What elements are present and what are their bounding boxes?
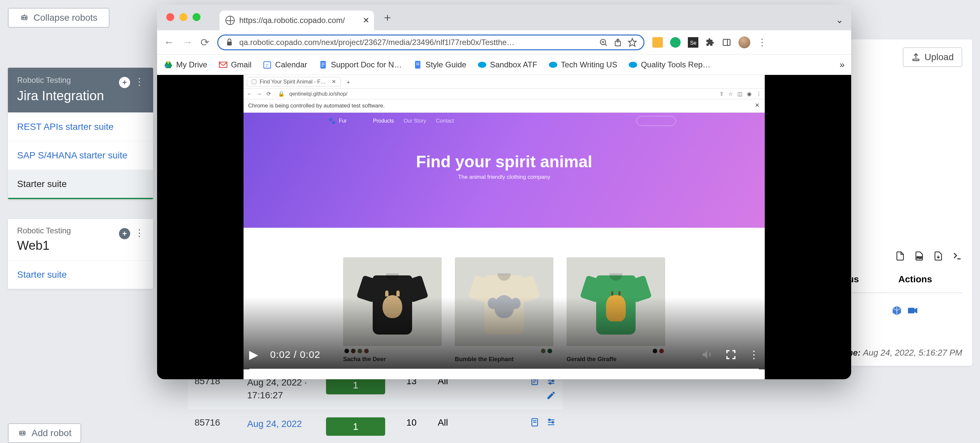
bookmark-quality-tools[interactable]: Quality Tools Rep… — [628, 60, 711, 69]
inner-profile-icon[interactable]: ◉ — [747, 91, 752, 97]
download-icon[interactable] — [933, 251, 943, 261]
pdf-icon[interactable]: PDF — [914, 251, 924, 261]
product-card-elephant[interactable]: Bumble the Elephant — [455, 257, 554, 363]
hero-title: Find your spirit animal — [243, 113, 765, 171]
robot-menu-button[interactable]: ⋮ — [135, 228, 144, 238]
fullscreen-button[interactable] — [725, 349, 737, 360]
svg-rect-44 — [219, 62, 227, 67]
hero-cta-button[interactable] — [636, 116, 676, 126]
browser-tab[interactable]: https://qa.robotic.copado.com/ ✕ — [220, 11, 374, 30]
minimize-window-button[interactable] — [180, 13, 187, 21]
profile-avatar[interactable] — [738, 37, 750, 48]
inner-reload-button[interactable]: ⟳ — [267, 91, 271, 97]
volume-button[interactable] — [701, 349, 713, 360]
play-button[interactable]: ▶ — [249, 348, 258, 362]
zoom-icon[interactable] — [599, 38, 608, 47]
extensions-puzzle-icon[interactable] — [706, 38, 715, 47]
bookmark-style-guide[interactable]: Style Guide — [413, 60, 466, 69]
docs-icon — [413, 60, 422, 69]
inner-tab-title: Find Your Spirit Animal - F… — [259, 79, 326, 85]
document-icon[interactable] — [530, 418, 539, 427]
selenium-icon[interactable]: Se — [688, 37, 698, 48]
nav-products[interactable]: Products — [373, 118, 394, 124]
browser-menu-button[interactable]: ⋮ — [757, 37, 767, 48]
reload-button[interactable]: ⟳ — [200, 36, 209, 49]
bookmark-support-doc[interactable]: Support Doc for N… — [318, 60, 402, 69]
bookmark-tech-writing[interactable]: Tech Writing US — [549, 60, 617, 69]
run-status-badge: 1 — [326, 418, 385, 436]
close-window-button[interactable] — [166, 13, 174, 21]
file-icon[interactable] — [895, 251, 905, 261]
add-robot-button[interactable]: Add robot — [8, 423, 81, 443]
robot-menu-button[interactable]: ⋮ — [135, 76, 144, 87]
nav-contact[interactable]: Contact — [436, 118, 454, 124]
back-button[interactable]: ← — [164, 36, 174, 48]
extension-icons: Se ⋮ — [652, 37, 767, 48]
inner-forward-button[interactable]: → — [257, 91, 262, 97]
product-card-giraffe[interactable]: Gerald the Giraffe — [566, 257, 665, 363]
nav-our-story[interactable]: Our Story — [404, 118, 426, 124]
result-action-icons — [891, 305, 918, 316]
terminal-icon[interactable] — [952, 251, 962, 261]
video-menu-button[interactable]: ⋮ — [749, 348, 759, 361]
bookmark-sandbox-atf[interactable]: Sandbox ATF — [477, 60, 537, 69]
edit-icon[interactable] — [546, 390, 556, 400]
brand-name[interactable]: Fur — [339, 118, 347, 124]
upload-label: Upload — [924, 52, 954, 62]
close-tab-button[interactable]: ✕ — [363, 16, 369, 25]
video-progress-bar[interactable] — [249, 369, 759, 371]
inner-new-tab[interactable]: ＋ — [345, 79, 351, 86]
inner-tab[interactable]: Find Your Spirit Animal - F… ✕ — [247, 77, 341, 86]
suite-item-rest-apis[interactable]: REST APIs starter suite — [8, 112, 153, 141]
video-icon[interactable] — [907, 305, 918, 316]
bookmark-my-drive[interactable]: My Drive — [164, 60, 207, 69]
hero-subtitle: The animal friendly clothing company — [243, 174, 765, 180]
close-icon[interactable]: ✕ — [332, 78, 336, 85]
paw-icon: 🐾 — [328, 117, 336, 124]
forward-button[interactable]: → — [182, 36, 192, 48]
bookmarks-overflow-button[interactable]: » — [839, 59, 845, 70]
bookmark-gmail[interactable]: Gmail — [218, 60, 252, 69]
svg-text:PDF: PDF — [917, 256, 923, 259]
product-card-deer[interactable]: Sacha the Deer — [343, 257, 442, 363]
svg-point-54 — [478, 61, 486, 68]
maximize-window-button[interactable] — [192, 13, 200, 21]
add-suite-button[interactable]: + — [119, 228, 130, 239]
add-suite-button[interactable]: + — [119, 77, 130, 88]
tab-overflow-button[interactable]: ⌄ — [836, 14, 843, 25]
suite-item-sap[interactable]: SAP S/4HANA starter suite — [8, 141, 153, 170]
share-icon[interactable] — [613, 38, 622, 47]
svg-rect-48 — [321, 63, 325, 64]
inner-share-icon[interactable]: ⇪ — [719, 91, 724, 97]
grammarly-icon[interactable] — [670, 37, 681, 48]
run-row[interactable]: 85716 Aug 24, 2022 1 10 All — [188, 410, 563, 443]
cube-icon[interactable] — [891, 305, 902, 316]
robot-card-header: Robotic Testing Jira Integration + ⋮ — [8, 68, 153, 112]
extension-icon[interactable] — [652, 37, 663, 48]
sidepanel-icon[interactable] — [722, 38, 731, 47]
col-actions: Actions — [899, 274, 932, 285]
inner-star-icon[interactable]: ☆ — [728, 91, 733, 97]
svg-rect-49 — [321, 64, 325, 65]
svg-point-1 — [23, 17, 24, 18]
inner-menu-icon[interactable]: ⋮ — [756, 91, 762, 97]
new-tab-button[interactable]: ＋ — [382, 10, 393, 25]
lock-icon — [225, 38, 234, 47]
inner-panel-icon[interactable]: ◫ — [737, 91, 742, 97]
upload-button[interactable]: Upload — [903, 47, 962, 67]
bookmark-calendar[interactable]: 7 Calendar — [262, 60, 307, 69]
suite-item-starter[interactable]: Starter suite — [8, 260, 153, 289]
browser-toolbar: ← → ⟳ qa.robotic.copado.com/next/project… — [157, 30, 851, 54]
inner-back-button[interactable]: ← — [247, 91, 252, 97]
svg-point-24 — [552, 422, 554, 423]
collapse-robots-button[interactable]: Collapse robots — [8, 8, 110, 28]
star-icon[interactable] — [628, 38, 637, 47]
bookmarks-bar: My Drive Gmail 7 Calendar Support Doc fo… — [157, 54, 851, 75]
banner-close-button[interactable]: ✕ — [755, 102, 759, 109]
svg-point-23 — [549, 419, 550, 421]
suite-item-starter-selected[interactable]: Starter suite — [8, 170, 153, 198]
inner-url: qentinelqi.github.io/shop/ — [289, 91, 347, 97]
product-image — [343, 257, 442, 346]
address-bar[interactable]: qa.robotic.copado.com/next/project/23627… — [217, 35, 644, 50]
sliders-icon[interactable] — [546, 418, 556, 427]
